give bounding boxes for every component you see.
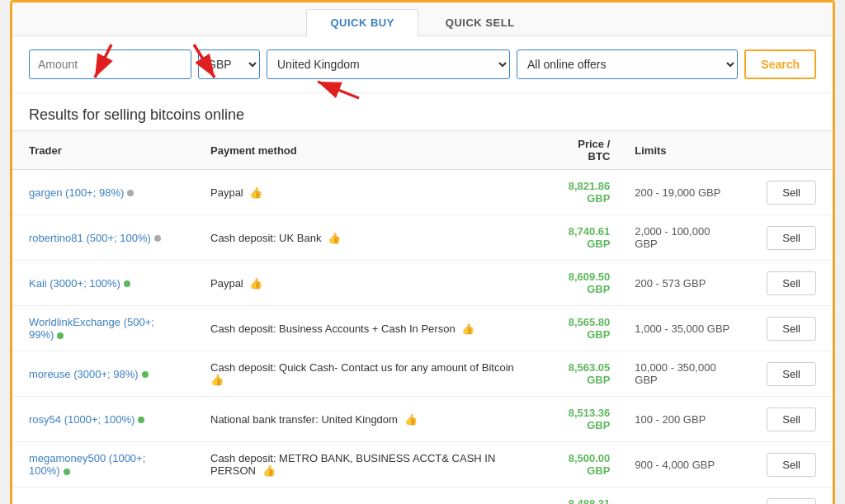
price-cell: 8,563.05GBP (539, 351, 619, 397)
table-row: megamoney500 (1000+; 100%)Cash deposit: … (12, 442, 833, 488)
price-cell: 8,609.50GBP (539, 261, 619, 306)
action-cell: Sell (750, 261, 833, 306)
limits-cell: 200 - 573 GBP (618, 261, 750, 306)
col-header-price: Price / BTC (539, 131, 619, 170)
payment-cell: Cash deposit: Quick Cash- Contact us for… (194, 351, 539, 397)
price-value: 8,500.00GBP (569, 452, 611, 477)
action-cell: Sell (750, 351, 833, 397)
sell-button[interactable]: Sell (767, 181, 816, 205)
trader-cell: robertino81 (500+; 100%) (12, 215, 194, 261)
status-dot (154, 235, 161, 242)
payment-cell: Cash deposit: Business Accounts + Cash I… (194, 306, 539, 351)
results-heading: Results for selling bitcoins online (12, 93, 833, 130)
table-row: moreuse (3000+; 98%)Cash deposit: Quick … (12, 351, 833, 397)
col-header-action (750, 131, 833, 170)
country-select[interactable]: United Kingdom United States Germany (267, 49, 510, 79)
limits-cell: 900 - 4,000 GBP (618, 442, 750, 488)
price-value: 8,488.31GBP (569, 497, 611, 504)
price-cell: 8,821.86GBP (539, 170, 619, 215)
status-dot (138, 417, 144, 423)
tab-quick-buy[interactable]: QUICK BUY (306, 9, 418, 36)
search-bar: GBP USD EUR United Kingdom United States… (12, 36, 833, 93)
col-header-payment: Payment method (194, 131, 539, 170)
trader-cell: rosy54 (1000+; 100%) (12, 397, 194, 442)
tabs-bar: QUICK BUY QUICK SELL (12, 2, 833, 36)
sell-button[interactable]: Sell (767, 498, 816, 505)
table-row: robertino81 (500+; 100%)Cash deposit: UK… (12, 215, 833, 261)
sell-button[interactable]: Sell (767, 453, 816, 477)
amount-input[interactable] (29, 49, 191, 79)
trader-link[interactable]: gargen (100+; 98%) (29, 186, 124, 199)
thumbs-up-icon: 👍 (459, 323, 475, 335)
price-cell: 8,500.00GBP (539, 442, 619, 488)
action-cell: Sell (750, 442, 833, 488)
status-dot (57, 332, 64, 339)
status-dot (142, 371, 149, 378)
trader-cell: glasgowboy (500+; 100%) (12, 488, 194, 505)
payment-cell: National bank transfer: United Kingdom 👍 (194, 397, 539, 442)
payment-cell: Paypal 👍 (194, 261, 539, 306)
sell-button[interactable]: Sell (767, 271, 816, 295)
thumbs-up-icon: 👍 (247, 186, 263, 199)
action-cell: Sell (750, 306, 833, 351)
sell-button[interactable]: Sell (767, 407, 816, 431)
thumbs-up-icon: 👍 (401, 413, 418, 426)
sell-button[interactable]: Sell (767, 226, 816, 250)
action-cell: Sell (750, 170, 833, 215)
table-row: WorldlinkExchange (500+; 99%)Cash deposi… (12, 306, 833, 351)
thumbs-up-icon: 👍 (247, 277, 263, 290)
limits-cell: 200 - 19,000 GBP (618, 170, 750, 215)
thumbs-up-icon: 👍 (259, 464, 276, 477)
price-value: 8,563.05GBP (569, 361, 611, 386)
trader-link[interactable]: Kaii (3000+; 100%) (29, 277, 120, 290)
status-dot (64, 469, 70, 475)
trader-link[interactable]: moreuse (3000+; 98%) (29, 368, 139, 380)
col-header-limits: Limits (618, 131, 750, 170)
thumbs-up-icon: 👍 (210, 374, 224, 386)
sell-button[interactable]: Sell (767, 317, 816, 341)
limits-cell: 1,000 - 2,093 GBP (618, 488, 750, 505)
results-table: Trader Payment method Price / BTC Limits… (12, 130, 833, 504)
trader-cell: megamoney500 (1000+; 100%) (12, 442, 194, 488)
table-row: gargen (100+; 98%)Paypal 👍8,821.86GBP200… (12, 170, 833, 215)
sell-button[interactable]: Sell (767, 362, 816, 386)
trader-cell: gargen (100+; 98%) (12, 170, 194, 215)
price-cell: 8,740.61GBP (539, 215, 619, 261)
price-cell: 8,565.80GBP (539, 306, 619, 351)
price-value: 8,565.80GBP (569, 316, 611, 341)
trader-link[interactable]: robertino81 (500+; 100%) (29, 232, 151, 244)
offers-select[interactable]: All online offers Paypal Bank Transfer (517, 49, 738, 79)
table-row: rosy54 (1000+; 100%)National bank transf… (12, 397, 833, 442)
thumbs-up-icon: 👍 (324, 232, 341, 244)
action-cell: Sell (750, 215, 833, 261)
limits-cell: 2,000 - 100,000 GBP (618, 215, 750, 261)
price-cell: 8,488.31GBP (539, 488, 619, 505)
payment-cell: Cash deposit: METRO BANK, BUSINESS ACCT&… (194, 442, 539, 488)
limits-cell: 10,000 - 350,000 GBP (618, 351, 750, 397)
currency-select[interactable]: GBP USD EUR (198, 49, 260, 79)
tab-quick-sell[interactable]: QUICK SELL (422, 9, 539, 35)
price-cell: 8,513.36GBP (539, 397, 619, 442)
col-header-trader: Trader (12, 131, 194, 170)
payment-cell: National bank transfer: United Kingdom 👍 (194, 488, 539, 505)
payment-cell: Cash deposit: UK Bank 👍 (194, 215, 539, 261)
price-value: 8,821.86GBP (569, 180, 611, 205)
price-value: 8,513.36GBP (569, 407, 611, 431)
payment-cell: Paypal 👍 (194, 170, 539, 215)
table-row: Kaii (3000+; 100%)Paypal 👍8,609.50GBP200… (12, 261, 833, 306)
limits-cell: 100 - 200 GBP (618, 397, 750, 442)
price-value: 8,740.61GBP (569, 225, 611, 250)
trader-cell: Kaii (3000+; 100%) (12, 261, 194, 306)
trader-link[interactable]: rosy54 (1000+; 100%) (29, 413, 135, 426)
limits-cell: 1,000 - 35,000 GBP (618, 306, 750, 351)
price-value: 8,609.50GBP (569, 271, 611, 295)
status-dot (124, 280, 130, 287)
trader-link[interactable]: megamoney500 (1000+; 100%) (29, 452, 145, 477)
search-button[interactable]: Search (744, 49, 816, 79)
action-cell: Sell (750, 488, 833, 505)
trader-cell: moreuse (3000+; 98%) (12, 351, 194, 397)
status-dot (127, 190, 134, 196)
table-row: glasgowboy (500+; 100%)National bank tra… (12, 488, 833, 505)
trader-link[interactable]: WorldlinkExchange (500+; 99%) (29, 316, 154, 341)
trader-cell: WorldlinkExchange (500+; 99%) (12, 306, 194, 351)
